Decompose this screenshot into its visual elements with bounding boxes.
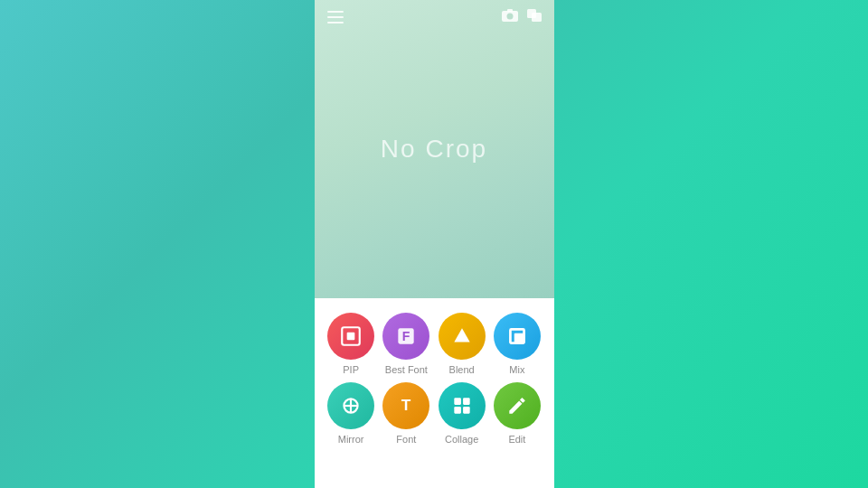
svg-rect-11: [514, 333, 524, 343]
tool-mix[interactable]: Mix: [489, 313, 544, 375]
svg-marker-9: [454, 328, 469, 342]
pip-label: PIP: [343, 364, 359, 375]
svg-point-1: [506, 14, 513, 20]
tool-bestfont[interactable]: F Best Font: [379, 313, 434, 375]
svg-rect-4: [532, 13, 542, 22]
gallery-icon[interactable]: [527, 9, 542, 25]
collage-label: Collage: [445, 434, 478, 445]
font-icon: T: [382, 382, 429, 429]
tool-collage[interactable]: Collage: [434, 382, 489, 445]
camera-icon[interactable]: [502, 9, 518, 25]
svg-text:F: F: [402, 329, 410, 343]
svg-rect-6: [347, 333, 355, 341]
bestfont-label: Best Font: [385, 364, 428, 375]
tool-blend[interactable]: Blend: [434, 313, 489, 375]
menu-icon[interactable]: [327, 11, 344, 23]
mix-icon: [494, 313, 541, 360]
tool-pip[interactable]: PIP: [324, 313, 379, 375]
edit-label: Edit: [508, 434, 525, 445]
edit-icon: [494, 382, 541, 429]
blend-label: Blend: [449, 364, 475, 375]
tool-mirror[interactable]: Mirror: [324, 382, 379, 445]
blend-icon: [439, 313, 486, 360]
svg-text:T: T: [401, 396, 411, 414]
tool-edit[interactable]: Edit: [489, 382, 544, 445]
svg-rect-16: [454, 398, 461, 405]
canvas-area: No Crop: [315, 0, 554, 298]
svg-rect-2: [507, 9, 513, 12]
bestfont-icon: F: [382, 313, 429, 360]
phone-container: No Crop PIP F Best Font: [315, 0, 554, 488]
mirror-label: Mirror: [338, 434, 364, 445]
tools-area: PIP F Best Font Blend: [315, 298, 554, 488]
font-label: Font: [396, 434, 416, 445]
top-icons: [502, 9, 542, 25]
collage-icon: [439, 382, 486, 429]
pip-icon: [327, 313, 374, 360]
mix-label: Mix: [509, 364, 524, 375]
tool-font[interactable]: T Font: [379, 382, 434, 445]
svg-rect-19: [463, 407, 470, 414]
top-bar: [315, 0, 554, 34]
svg-rect-18: [454, 407, 461, 414]
mirror-icon: [327, 382, 374, 429]
no-crop-title: No Crop: [381, 135, 487, 164]
svg-rect-17: [463, 398, 470, 405]
